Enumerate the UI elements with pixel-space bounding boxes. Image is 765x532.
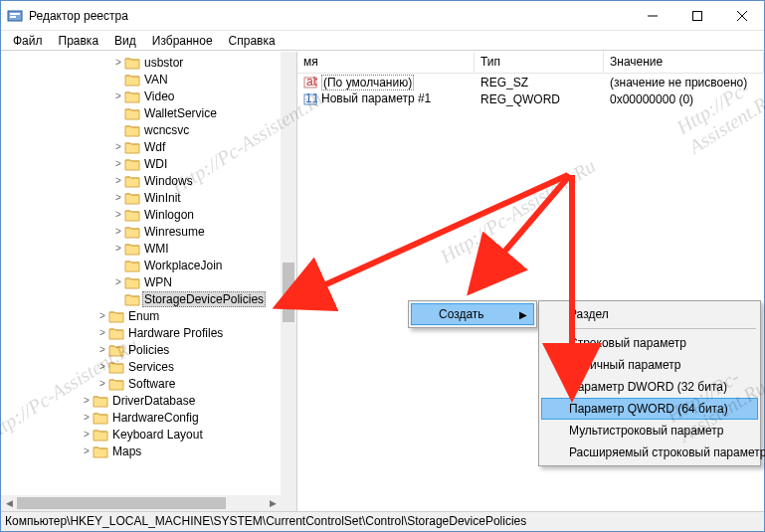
tree-item[interactable]: >Enum (1, 307, 281, 324)
tree-item[interactable]: >Video (1, 88, 281, 104)
ctx-create[interactable]: Создать ▶ (411, 303, 534, 325)
folder-icon (108, 360, 124, 374)
expander-icon[interactable]: > (96, 327, 108, 339)
folder-icon (124, 123, 140, 137)
tree-item-label: wcncsvc (142, 123, 191, 137)
tree-item[interactable]: >Wdf (1, 138, 281, 155)
expander-icon[interactable]: > (112, 276, 124, 288)
expander-icon[interactable]: > (112, 209, 124, 221)
expander-icon[interactable]: > (96, 344, 108, 356)
list-row[interactable]: ab(По умолчанию)REG_SZ(значение не присв… (297, 74, 764, 90)
expander-icon[interactable]: > (112, 243, 124, 255)
tree-item[interactable]: >usbstor (1, 54, 281, 71)
svg-text:110: 110 (305, 92, 317, 105)
expander-icon[interactable]: > (96, 361, 108, 373)
tree-item-label: Policies (126, 343, 171, 357)
expander-icon[interactable]: > (112, 158, 124, 170)
folder-icon (124, 89, 140, 103)
folder-icon (124, 208, 140, 222)
folder-icon (93, 411, 108, 425)
tree-item[interactable]: >Software (1, 375, 281, 392)
ctx-sub-binary[interactable]: Двоичный параметр (541, 354, 758, 376)
tree-item-label: WinInit (142, 191, 183, 205)
tree-item[interactable]: >WDI (1, 155, 281, 172)
folder-icon (108, 377, 124, 391)
tree-item[interactable]: >Policies (1, 341, 281, 358)
context-menu-new: Создать ▶ (408, 300, 537, 328)
menubar: Файл Правка Вид Избранное Справка (1, 31, 764, 51)
tree-item[interactable]: wcncsvc (1, 121, 281, 138)
expander-icon[interactable]: > (112, 57, 124, 69)
tree-item[interactable]: StorageDevicePolicies (1, 290, 281, 307)
expander-icon[interactable]: > (112, 192, 124, 204)
tree-item[interactable]: >Services (1, 358, 281, 375)
tree-item-label: VAN (142, 73, 170, 87)
tree-item-label: Enum (126, 309, 161, 323)
window: Редактор реестра Файл Правка Вид Избранн… (0, 0, 765, 532)
folder-icon (108, 343, 124, 357)
expander-icon[interactable]: > (112, 141, 124, 153)
list-row[interactable]: 110Новый параметр #1REG_QWORD0x00000000 … (297, 90, 764, 107)
expander-icon[interactable]: > (81, 412, 93, 424)
close-button[interactable] (719, 1, 764, 30)
value-name: Новый параметр #1 (321, 91, 431, 105)
context-submenu-new: Раздел Строковый параметр Двоичный парам… (538, 300, 761, 466)
tree-item-label: Video (142, 89, 176, 103)
expander-icon[interactable]: > (112, 226, 124, 238)
col-value[interactable]: Значение (604, 52, 764, 73)
tree-item-label: Wdf (142, 140, 167, 154)
ctx-sub-qword[interactable]: Параметр QWORD (64 бита) (541, 398, 758, 420)
ctx-sub-multistring[interactable]: Мультистроковый параметр (541, 420, 758, 442)
tree-item[interactable]: >Winresume (1, 223, 281, 240)
ctx-sub-section[interactable]: Раздел (541, 303, 758, 325)
tree-vscroll-thumb[interactable] (283, 263, 294, 322)
hscroll-left-icon[interactable]: ◀ (1, 495, 17, 511)
tree-item[interactable]: >Maps (1, 443, 281, 459)
menu-edit[interactable]: Правка (51, 32, 107, 50)
expander-icon[interactable]: > (81, 429, 93, 441)
tree-vscroll[interactable] (281, 52, 296, 495)
folder-icon (108, 309, 124, 323)
tree-item[interactable]: >WMI (1, 240, 281, 257)
menu-file[interactable]: Файл (5, 32, 51, 50)
tree-item-label: Hardware Profiles (126, 326, 225, 340)
folder-icon (124, 56, 140, 70)
ctx-sub-string[interactable]: Строковый параметр (541, 332, 758, 354)
svg-rect-4 (692, 11, 701, 20)
tree[interactable]: >usbstorVAN>VideoWalletServicewcncsvc>Wd… (1, 52, 281, 495)
menu-fav[interactable]: Избранное (144, 32, 221, 50)
expander-icon[interactable]: > (112, 175, 124, 187)
tree-item[interactable]: >WPN (1, 273, 281, 290)
col-name[interactable]: мя (297, 52, 475, 73)
value-name: (По умолчанию) (321, 76, 414, 89)
tree-item[interactable]: >WinInit (1, 189, 281, 206)
hscroll-right-icon[interactable]: ▶ (265, 495, 281, 511)
tree-hscroll[interactable]: ◀ ▶ (1, 495, 281, 511)
expander-icon[interactable]: > (81, 445, 93, 457)
menu-view[interactable]: Вид (106, 32, 144, 50)
expander-icon[interactable]: > (96, 310, 108, 322)
tree-item[interactable]: >DriverDatabase (1, 392, 281, 409)
folder-icon (124, 191, 140, 205)
tree-hscroll-thumb[interactable] (17, 497, 226, 509)
maximize-button[interactable] (674, 1, 719, 30)
tree-item[interactable]: >HardwareConfig (1, 409, 281, 426)
value-type: REG_SZ (475, 76, 604, 89)
ctx-sub-dword[interactable]: Параметр DWORD (32 бита) (541, 376, 758, 398)
tree-item[interactable]: WorkplaceJoin (1, 257, 281, 273)
tree-item[interactable]: >Winlogon (1, 206, 281, 223)
tree-item-label: HardwareConfig (110, 411, 201, 425)
tree-item[interactable]: >Hardware Profiles (1, 324, 281, 341)
expander-icon[interactable]: > (81, 395, 93, 407)
tree-item[interactable]: >Windows (1, 172, 281, 189)
minimize-button[interactable] (630, 1, 674, 30)
col-type[interactable]: Тип (475, 52, 604, 73)
tree-item[interactable]: VAN (1, 71, 281, 88)
expander-icon[interactable]: > (112, 90, 124, 102)
menu-help[interactable]: Справка (221, 32, 284, 50)
tree-item[interactable]: WalletService (1, 104, 281, 121)
tree-item[interactable]: >Keyboard Layout (1, 426, 281, 443)
ctx-sub-expandstring[interactable]: Расширяемый строковый параметр (541, 442, 758, 463)
expander-icon[interactable]: > (96, 378, 108, 390)
list-body[interactable]: ab(По умолчанию)REG_SZ(значение не присв… (297, 74, 764, 107)
